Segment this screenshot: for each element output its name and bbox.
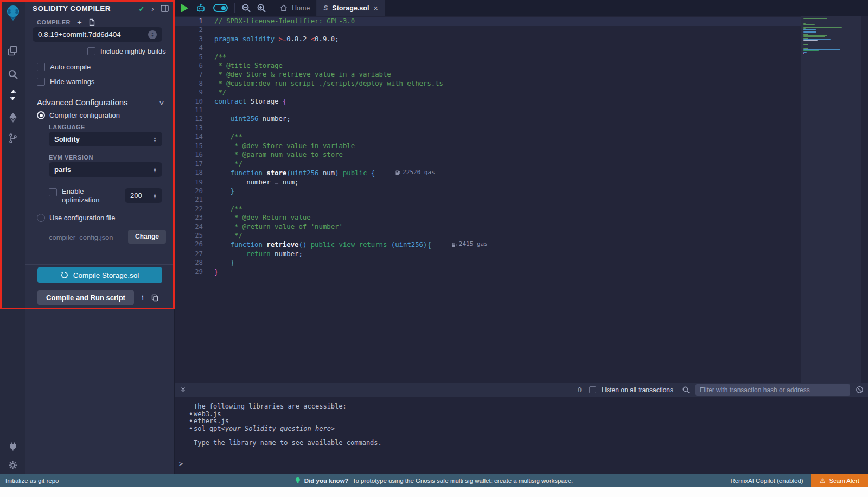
optimization-runs-input[interactable]: 200 ▲▼ [125, 188, 162, 203]
code-line[interactable]: 5/** [175, 53, 801, 61]
plugin-manager-icon[interactable] [0, 438, 25, 455]
code-line[interactable]: 18 function store(uint256 num) public {2… [175, 168, 801, 178]
code-line[interactable]: 7 * @dev Store & retrieve value in a var… [175, 70, 801, 79]
deploy-run-icon[interactable] [0, 110, 25, 126]
terminal-text: Type the library name to see available c… [175, 439, 868, 447]
scam-alert-label: Scam Alert [829, 477, 859, 484]
warning-icon: ⚠ [820, 477, 826, 485]
listen-transactions-checkbox[interactable] [589, 386, 596, 393]
code-line[interactable]: 12 uint256 number; [175, 114, 801, 123]
run-script-button[interactable] [181, 4, 188, 12]
remix-logo-icon[interactable] [0, 3, 25, 23]
compiler-configuration-radio[interactable] [37, 111, 45, 119]
copilot-status[interactable]: RemixAI Copilot (enabled) [730, 477, 803, 484]
enable-optimization-checkbox[interactable] [49, 188, 57, 196]
auto-compile-row: Auto compile [37, 63, 91, 71]
tab-home-label: Home [292, 4, 310, 12]
code-line[interactable]: 1// SPDX-License-Identifier: GPL-3.0 [175, 17, 801, 26]
auto-compile-checkbox[interactable] [37, 63, 45, 71]
code-line[interactable]: 10contract Storage { [175, 97, 801, 106]
settings-gear-icon[interactable] [0, 457, 25, 473]
code-line[interactable]: 27 return number; [175, 250, 801, 258]
transaction-count: 0 [578, 386, 582, 394]
zoom-out-icon[interactable] [241, 3, 251, 13]
hide-warnings-checkbox[interactable] [37, 78, 45, 86]
pin-panel-icon[interactable] [161, 5, 169, 12]
remixai-robot-icon[interactable] [196, 3, 206, 13]
library-link[interactable]: ethers.js [194, 418, 229, 425]
evm-version-select[interactable]: paris ▲▼ [49, 162, 162, 177]
code-line[interactable]: 19 number = num; [175, 178, 801, 187]
use-configuration-file-radio[interactable] [37, 214, 45, 222]
solidity-file-icon: S [323, 4, 328, 12]
code-line[interactable]: 13 [175, 124, 801, 132]
copilot-toggle[interactable] [213, 4, 228, 12]
code-line[interactable]: 26 function retrieve() public view retur… [175, 240, 801, 250]
nightly-builds-label: Include nightly builds [100, 47, 166, 55]
transaction-filter-input[interactable] [695, 384, 850, 396]
terminal-search-icon[interactable] [682, 386, 690, 394]
tab-storage-sol[interactable]: S Storage.sol × [317, 0, 385, 16]
listen-transactions-label: Listen on all transactions [602, 386, 673, 394]
file-explorer-icon[interactable] [0, 42, 25, 59]
code-line[interactable]: 8 * @custom:dev-run-script ./scripts/dep… [175, 79, 801, 88]
code-line[interactable]: 11 [175, 106, 801, 114]
git-icon[interactable] [0, 130, 25, 146]
add-compiler-icon[interactable]: + [77, 17, 82, 27]
enable-optimization-row: Enable optimization [49, 187, 119, 205]
code-editor[interactable]: 1// SPDX-License-Identifier: GPL-3.02 3p… [175, 16, 868, 383]
compiler-section-label: COMPILER [37, 19, 71, 26]
code-line[interactable]: 20 } [175, 187, 801, 195]
code-line[interactable]: 6 * @title Storage [175, 61, 801, 70]
advanced-configurations-header[interactable]: Advanced Configurations v [37, 98, 163, 107]
code-line[interactable]: 22 /** [175, 205, 801, 213]
code-line[interactable]: 17 */ [175, 160, 801, 168]
code-line[interactable]: 25 */ [175, 231, 801, 240]
code-line[interactable]: 29} [175, 267, 801, 276]
terminal[interactable]: The following libraries are accessible:•… [175, 397, 868, 474]
code-line[interactable]: 2 [175, 26, 801, 34]
code-line[interactable]: 24 * @return value of 'number' [175, 222, 801, 231]
tab-home[interactable]: Home [273, 0, 317, 16]
scrollbar-gutter[interactable] [861, 16, 868, 383]
terminal-output: The following libraries are accessible:•… [175, 397, 868, 447]
code-line[interactable]: 3pragma solidity >=0.8.2 <0.9.0; [175, 35, 801, 43]
code-line[interactable]: 14 /** [175, 132, 801, 141]
terminal-prompt[interactable]: > [179, 461, 183, 468]
open-file-icon[interactable] [88, 18, 95, 26]
code-line[interactable]: 4 [175, 43, 801, 52]
zoom-in-icon[interactable] [257, 3, 266, 13]
minimap[interactable] [801, 16, 861, 383]
expand-panel-icon[interactable]: › [151, 4, 154, 13]
code-line[interactable]: 15 * @dev Store value in variable [175, 142, 801, 150]
git-init-button[interactable]: Initialize as git repo [0, 477, 59, 484]
collapse-terminal-icon[interactable] [180, 386, 187, 393]
solidity-compiler-icon[interactable] [0, 87, 25, 103]
window-bottom-strip [0, 487, 868, 497]
language-select[interactable]: Solidity ▲▼ [49, 132, 162, 146]
solidity-compiler-panel: SOLIDITY COMPILER ✓ › COMPILER + 0.8.19+… [25, 0, 175, 474]
compile-button[interactable]: Compile Storage.sol [37, 267, 162, 283]
code-line[interactable]: 21 [175, 195, 801, 204]
info-icon[interactable]: i [142, 294, 144, 302]
code-line[interactable]: 28 } [175, 258, 801, 267]
nightly-builds-checkbox[interactable] [87, 47, 95, 55]
library-link[interactable]: web3.js [194, 411, 221, 418]
code-line[interactable]: 16 * @param num value to store [175, 150, 801, 159]
copy-icon[interactable] [151, 294, 158, 302]
clear-console-icon[interactable] [856, 386, 864, 394]
main-area: Home S Storage.sol × 1// SPDX-License-Id… [175, 0, 868, 474]
compiler-version-select[interactable]: 0.8.19+commit.7dd6d404 ▲▼ [33, 27, 162, 42]
use-configuration-file-row: Use configuration file [37, 214, 115, 222]
scam-alert-badge[interactable]: ⚠ Scam Alert [811, 474, 868, 487]
change-config-button[interactable]: Change [128, 230, 166, 244]
enable-optimization-label: Enable optimization [62, 187, 119, 205]
language-caret-icon: ▲▼ [153, 137, 157, 142]
code-line[interactable]: 9 */ [175, 88, 801, 97]
nightly-builds-row: Include nightly builds [87, 47, 166, 55]
close-tab-icon[interactable]: × [373, 4, 378, 12]
compile-and-run-button[interactable]: Compile and Run script [37, 290, 134, 305]
search-icon[interactable] [0, 66, 25, 82]
code-line[interactable]: 23 * @dev Return value [175, 213, 801, 222]
code-lines: 1// SPDX-License-Identifier: GPL-3.02 3p… [175, 17, 801, 276]
